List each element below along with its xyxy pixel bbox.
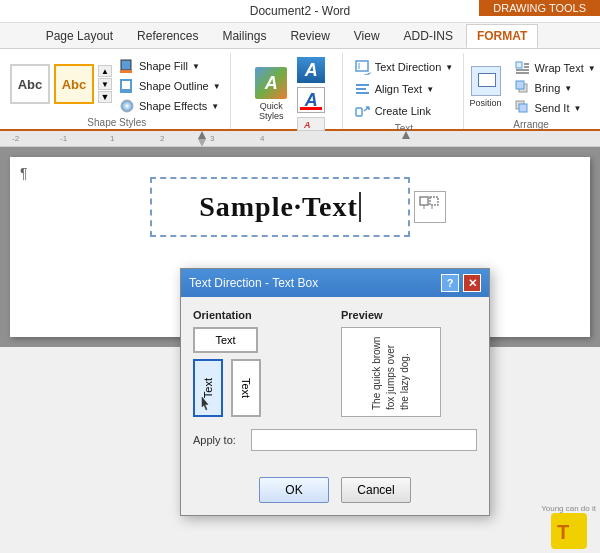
preview-text: The quick brown fox jumps over the lazy … <box>370 334 412 410</box>
teky-tagline: Young can do it <box>541 504 596 513</box>
teky-watermark-area: Young can do it T <box>541 504 596 549</box>
ribbon-tabs: Page Layout References Mailings Review V… <box>0 23 600 49</box>
text-box[interactable]: Sample·Text <box>150 177 410 237</box>
text-direction-dialog: Text Direction - Text Box ? ✕ Orientatio… <box>180 268 490 516</box>
orient-vertical-2[interactable]: Text <box>231 359 261 417</box>
textbox-handle[interactable] <box>414 191 446 223</box>
tab-review[interactable]: Review <box>279 24 340 48</box>
cancel-button[interactable]: Cancel <box>341 477 411 503</box>
orient-horizontal[interactable]: Text <box>193 327 258 353</box>
create-link-button[interactable]: Create Link <box>351 101 435 121</box>
position-button[interactable]: Position <box>464 58 508 116</box>
shape-scroll-up[interactable]: ▲ <box>98 65 112 77</box>
dialog-close-button[interactable]: ✕ <box>463 274 481 292</box>
ruler-marker-2 <box>400 131 412 147</box>
ok-button[interactable]: OK <box>259 477 329 503</box>
text-cursor <box>359 192 361 222</box>
paragraph-mark: ¶ <box>20 165 28 181</box>
bring-forward-button[interactable]: Bring ▼ <box>512 79 599 97</box>
shape-scroll-more[interactable]: ▼ <box>98 91 112 103</box>
wrap-text-button[interactable]: Wrap Text ▼ <box>512 59 599 77</box>
quick-styles-icon: A <box>255 67 287 99</box>
document-title: Document2 - Word <box>250 4 350 18</box>
send-backward-button[interactable]: Send It ▼ <box>512 99 599 117</box>
svg-rect-1 <box>120 70 132 73</box>
shape-fill-button[interactable]: Shape Fill ▼ <box>116 57 224 75</box>
svg-point-4 <box>121 100 133 112</box>
svg-text:A: A <box>303 120 311 129</box>
shape-fill-dropdown-icon[interactable]: ▼ <box>192 62 200 71</box>
send-dropdown[interactable]: ▼ <box>573 104 581 113</box>
tab-mailings[interactable]: Mailings <box>211 24 277 48</box>
shape-style-2[interactable]: Abc <box>54 64 94 104</box>
wordart-style-a1[interactable]: A <box>297 57 325 83</box>
shape-style-1[interactable]: Abc <box>10 64 50 104</box>
tab-view[interactable]: View <box>343 24 391 48</box>
svg-rect-25 <box>420 197 428 205</box>
textbox-handle-icon <box>418 193 442 222</box>
teky-logo: T <box>551 513 587 549</box>
apply-to-dropdown[interactable] <box>251 429 477 451</box>
preview-content: The quick brown fox jumps over the lazy … <box>341 327 441 417</box>
apply-to-row: Apply to: <box>193 429 477 451</box>
shape-effects-icon <box>119 98 135 114</box>
svg-marker-22 <box>198 131 206 139</box>
shape-effects-button[interactable]: Shape Effects ▼ <box>116 97 224 115</box>
svg-text:A: A <box>362 72 371 75</box>
shape-scroll: ▲ ▼ ▼ <box>98 65 112 103</box>
preview-label: Preview <box>341 309 477 321</box>
send-backward-icon <box>515 100 531 116</box>
tab-home[interactable] <box>4 24 33 48</box>
dialog-footer: OK Cancel <box>181 473 489 515</box>
shape-styles-label: Shape Styles <box>87 115 146 128</box>
text-direction-button[interactable]: A Text Direction ▼ <box>351 57 458 77</box>
drawing-tools-tab: DRAWING TOOLS <box>479 0 600 16</box>
shape-previews: Abc Abc ▲ ▼ ▼ <box>10 64 112 104</box>
shape-outline-button[interactable]: Shape Outline ▼ <box>116 77 224 95</box>
wrap-text-icon <box>515 60 531 76</box>
bring-forward-icon <box>515 80 531 96</box>
svg-rect-7 <box>356 61 368 71</box>
ribbon: Abc Abc ▲ ▼ ▼ Shape Fill ▼ <box>0 49 600 131</box>
wrap-text-dropdown[interactable]: ▼ <box>588 64 596 73</box>
svg-marker-23 <box>198 139 206 147</box>
quick-styles-button[interactable]: A Quick Styles <box>249 66 293 122</box>
shape-outline-dropdown-icon[interactable]: ▼ <box>213 82 221 91</box>
ruler: -2 -1 1 2 3 4 <box>0 131 600 147</box>
svg-rect-11 <box>356 92 369 94</box>
align-text-dropdown[interactable]: ▼ <box>426 85 434 94</box>
svg-rect-2 <box>121 80 131 90</box>
svg-marker-24 <box>402 131 410 139</box>
dialog-help-button[interactable]: ? <box>441 274 459 292</box>
wordart-style-a2[interactable]: A <box>297 87 325 113</box>
ribbon-group-wordart: A Quick Styles A A A WordArt Styles ↗ <box>233 53 343 129</box>
orientation-section: Orientation Text Text <box>193 309 329 417</box>
wordart-row: A Quick Styles A A A <box>249 57 325 131</box>
tab-format[interactable]: FORMAT <box>466 24 538 48</box>
shape-fill-col: Shape Fill ▼ Shape Outline ▼ Shape Effec… <box>116 53 224 115</box>
ribbon-group-arrange: Position Wrap Text ▼ <box>466 53 596 129</box>
wordart-a3[interactable]: A <box>297 117 325 131</box>
tab-addins[interactable]: ADD-INS <box>393 24 464 48</box>
svg-rect-13 <box>516 62 522 68</box>
align-text-button[interactable]: Align Text ▼ <box>351 79 438 99</box>
orient-vertical-1[interactable]: Text <box>193 359 223 417</box>
ribbon-group-text: A Text Direction ▼ Align Text <box>345 53 465 129</box>
text-direction-dropdown[interactable]: ▼ <box>445 63 453 72</box>
text-direction-icon: A <box>355 59 371 75</box>
tab-references[interactable]: References <box>126 24 209 48</box>
orientation-label: Orientation <box>193 309 329 321</box>
preview-section: Preview The quick brown fox jumps over t… <box>341 309 477 417</box>
svg-rect-12 <box>356 108 362 116</box>
svg-rect-26 <box>430 197 438 205</box>
tab-page-layout[interactable]: Page Layout <box>35 24 124 48</box>
svg-rect-21 <box>519 104 527 112</box>
svg-rect-9 <box>356 84 369 86</box>
create-link-icon <box>355 103 371 119</box>
apply-to-label: Apply to: <box>193 434 243 446</box>
svg-rect-19 <box>516 81 524 89</box>
ruler-marker <box>196 131 208 147</box>
shape-effects-dropdown-icon[interactable]: ▼ <box>211 102 219 111</box>
bring-dropdown[interactable]: ▼ <box>564 84 572 93</box>
shape-scroll-down[interactable]: ▼ <box>98 78 112 90</box>
